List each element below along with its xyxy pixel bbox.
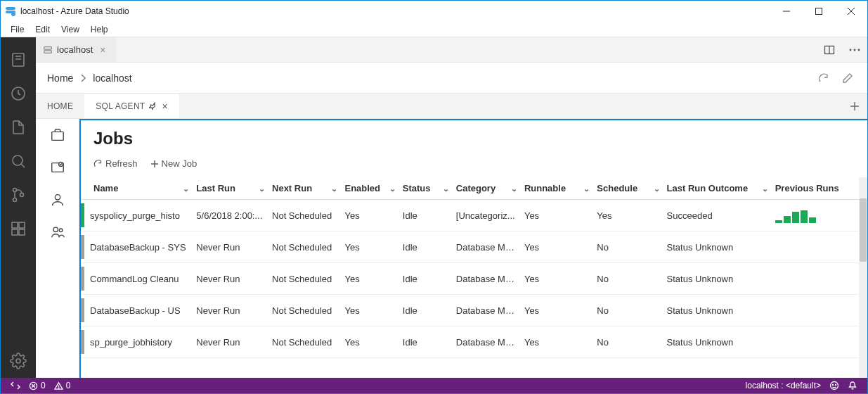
scrollbar-thumb[interactable] <box>860 198 867 262</box>
scrollbar[interactable] <box>859 177 867 378</box>
table-header-row: Name⌄ Last Run⌄ Next Run⌄ Enabled⌄ Statu… <box>81 177 867 200</box>
more-actions-icon[interactable] <box>842 37 867 62</box>
cell-outcome: Status Unknown <box>663 295 771 326</box>
activity-explorer-icon[interactable] <box>1 110 36 144</box>
svg-rect-0 <box>6 7 15 10</box>
table-row[interactable]: sp_purge_jobhistoryNever RunNot Schedule… <box>81 326 867 358</box>
col-last-run[interactable]: Last Run⌄ <box>192 177 268 200</box>
jobs-icon[interactable] <box>50 127 65 143</box>
close-button[interactable] <box>835 1 867 22</box>
activity-servers-icon[interactable] <box>1 43 36 77</box>
cell-enabled: Yes <box>340 231 398 263</box>
close-icon[interactable]: × <box>162 101 167 112</box>
activity-extensions-icon[interactable] <box>1 212 36 246</box>
col-name[interactable]: Name⌄ <box>81 177 192 200</box>
svg-point-33 <box>55 195 60 200</box>
status-indicator <box>81 203 84 227</box>
svg-rect-19 <box>19 229 25 235</box>
tab-sql-agent[interactable]: SQL AGENT × <box>84 94 179 118</box>
proxies-icon[interactable] <box>50 224 65 240</box>
cell-name: sp_purge_jobhistory <box>81 326 192 358</box>
col-status[interactable]: Status⌄ <box>399 177 452 200</box>
table-row[interactable]: syspolicy_purge_histo5/6/2018 2:00:...No… <box>81 200 867 231</box>
notifications-icon[interactable] <box>843 378 862 393</box>
new-job-button[interactable]: New Job <box>150 158 197 169</box>
job-name: sp_purge_jobhistory <box>90 337 172 348</box>
col-prev-runs[interactable]: Previous Runs⌄ <box>771 177 867 200</box>
col-runnable[interactable]: Runnable⌄ <box>520 177 592 200</box>
add-tab-button[interactable] <box>842 94 867 118</box>
split-editor-icon[interactable] <box>817 37 842 62</box>
cell-outcome: Succeeded <box>663 200 771 231</box>
menu-view[interactable]: View <box>56 23 85 36</box>
svg-point-27 <box>858 49 860 51</box>
cell-schedule: No <box>592 231 662 263</box>
cell-category: Database Mai... <box>452 295 520 326</box>
refresh-button[interactable]: Refresh <box>93 158 138 169</box>
cell-enabled: Yes <box>340 326 398 358</box>
menu-edit[interactable]: Edit <box>30 23 56 36</box>
remote-button[interactable] <box>6 378 25 393</box>
svg-point-11 <box>13 155 22 165</box>
sparkline <box>775 208 863 223</box>
cell-enabled: Yes <box>340 263 398 295</box>
problems-errors[interactable]: 0 <box>25 378 50 393</box>
minimize-button[interactable] <box>770 1 803 22</box>
jobs-table: Name⌄ Last Run⌄ Next Run⌄ Enabled⌄ Statu… <box>81 177 867 358</box>
cell-schedule: No <box>592 326 662 358</box>
edit-icon[interactable] <box>839 70 856 87</box>
titlebar: localhost - Azure Data Studio <box>1 1 867 22</box>
col-category[interactable]: Category⌄ <box>452 177 520 200</box>
table-row[interactable]: DatabaseBackup - USNever RunNot Schedule… <box>81 295 867 326</box>
col-last-outcome[interactable]: Last Run Outcome⌄ <box>663 177 771 200</box>
svg-rect-7 <box>13 53 24 66</box>
cell-next-run: Not Scheduled <box>268 231 340 263</box>
job-name: DatabaseBackup - US <box>90 305 181 316</box>
cell-outcome: Status Unknown <box>663 263 771 295</box>
status-indicator <box>81 298 84 322</box>
operators-icon[interactable] <box>50 192 65 208</box>
connection-status[interactable]: localhost : <default> <box>741 378 825 393</box>
cell-enabled: Yes <box>340 200 398 231</box>
col-schedule[interactable]: Schedule⌄ <box>592 177 662 200</box>
activity-settings-icon[interactable] <box>1 344 36 378</box>
col-enabled[interactable]: Enabled⌄ <box>340 177 398 200</box>
breadcrumb-localhost[interactable]: localhost <box>93 72 131 84</box>
feedback-icon[interactable] <box>825 378 843 393</box>
cell-next-run: Not Scheduled <box>268 263 340 295</box>
maximize-button[interactable] <box>803 1 835 22</box>
chevron-down-icon: ⌄ <box>762 184 768 193</box>
menubar: File Edit View Help <box>1 22 867 37</box>
cell-runnable: Yes <box>520 326 592 358</box>
menu-file[interactable]: File <box>5 23 30 36</box>
refresh-icon[interactable] <box>815 70 832 87</box>
activity-search-icon[interactable] <box>1 144 36 178</box>
cell-next-run: Not Scheduled <box>268 200 340 231</box>
cell-next-run: Not Scheduled <box>268 295 340 326</box>
pin-icon[interactable] <box>149 102 157 110</box>
breadcrumb-home[interactable]: Home <box>47 72 73 84</box>
activity-source-control-icon[interactable] <box>1 178 36 212</box>
editor-tab-localhost[interactable]: localhost × <box>36 37 116 62</box>
tab-home[interactable]: HOME <box>36 94 84 118</box>
menu-help[interactable]: Help <box>85 23 114 36</box>
svg-point-43 <box>831 382 838 390</box>
cell-status: Idle <box>399 263 452 295</box>
activity-tasks-icon[interactable] <box>1 77 36 110</box>
status-indicator <box>81 267 84 291</box>
alerts-icon[interactable] <box>50 160 65 175</box>
cell-previous-runs <box>771 231 867 263</box>
dashboard-tabs: HOME SQL AGENT × <box>36 94 867 119</box>
cell-next-run: Not Scheduled <box>268 326 340 358</box>
svg-rect-22 <box>44 50 52 53</box>
cell-runnable: Yes <box>520 263 592 295</box>
problems-warnings[interactable]: 0 <box>50 378 75 393</box>
page-title: Jobs <box>81 120 867 153</box>
chevron-down-icon: ⌄ <box>583 184 590 193</box>
col-next-run[interactable]: Next Run⌄ <box>268 177 340 200</box>
breadcrumb: Home localhost <box>36 63 867 94</box>
close-icon[interactable]: × <box>97 44 108 56</box>
table-row[interactable]: DatabaseBackup - SYSNever RunNot Schedul… <box>81 231 867 263</box>
cell-name: CommandLog Cleanu <box>81 263 192 295</box>
table-row[interactable]: CommandLog CleanuNever RunNot ScheduledY… <box>81 263 867 295</box>
